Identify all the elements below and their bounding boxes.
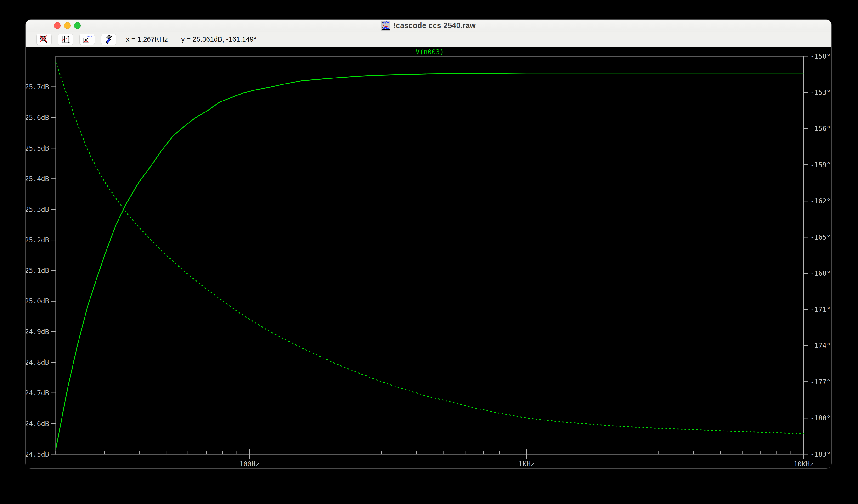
svg-text:24.9dB: 24.9dB bbox=[26, 328, 49, 336]
axis-arrows-icon bbox=[60, 35, 71, 44]
svg-text:-168°: -168° bbox=[810, 270, 830, 277]
svg-text:25.7dB: 25.7dB bbox=[26, 83, 49, 91]
svg-text:-153°: -153° bbox=[810, 88, 830, 96]
zoom-back-button[interactable] bbox=[36, 34, 52, 45]
cursor-readout: x = 1.267KHz y = 25.361dB, -161.149° bbox=[126, 35, 256, 43]
hammer-icon bbox=[104, 35, 114, 44]
cursor-y-value: y = 25.361dB, -161.149° bbox=[181, 35, 256, 43]
svg-text:25.0dB: 25.0dB bbox=[26, 297, 49, 305]
svg-text:-174°: -174° bbox=[810, 342, 830, 349]
svg-text:10KHz: 10KHz bbox=[794, 460, 814, 468]
traffic-lights bbox=[54, 22, 81, 29]
minimize-button[interactable] bbox=[64, 22, 70, 29]
svg-text:-156°: -156° bbox=[810, 125, 830, 133]
svg-text:1KHz: 1KHz bbox=[519, 460, 535, 468]
zoom-button[interactable] bbox=[74, 22, 81, 29]
svg-text:-162°: -162° bbox=[810, 197, 830, 205]
svg-text:25.1dB: 25.1dB bbox=[26, 266, 49, 275]
close-button[interactable] bbox=[54, 22, 61, 29]
svg-text:-165°: -165° bbox=[810, 233, 830, 241]
svg-text:24.8dB: 24.8dB bbox=[26, 358, 49, 367]
waveform-document-icon bbox=[381, 20, 391, 31]
bode-plot[interactable]: V(n003)24.5dB24.6dB24.7dB24.8dB24.9dB25.… bbox=[26, 47, 831, 468]
svg-text:-159°: -159° bbox=[810, 161, 830, 169]
svg-text:25.5dB: 25.5dB bbox=[26, 144, 49, 152]
svg-text:24.6dB: 24.6dB bbox=[26, 420, 49, 428]
autorange-y-button[interactable] bbox=[58, 34, 73, 45]
cursor-x-value: x = 1.267KHz bbox=[126, 35, 168, 43]
svg-text:-150°: -150° bbox=[810, 52, 830, 60]
svg-text:100Hz: 100Hz bbox=[239, 460, 259, 468]
svg-text:25.6dB: 25.6dB bbox=[26, 114, 49, 121]
title-bar[interactable]: !cascode ccs 2540.raw bbox=[26, 20, 831, 32]
svg-text:V(n003): V(n003) bbox=[416, 48, 444, 56]
ltspice-waveform-window: !cascode ccs 2540.raw bbox=[26, 20, 831, 468]
phase-trace[interactable] bbox=[56, 62, 804, 434]
svg-text:-180°: -180° bbox=[810, 414, 830, 422]
magnifier-x-icon bbox=[39, 35, 49, 44]
toolbar: x = 1.267KHz y = 25.361dB, -161.149° bbox=[26, 32, 831, 47]
zoom-fit-button[interactable] bbox=[79, 34, 95, 45]
waveform-pane[interactable]: V(n003)24.5dB24.6dB24.7dB24.8dB24.9dB25.… bbox=[26, 47, 831, 468]
svg-text:-183°: -183° bbox=[810, 450, 830, 458]
svg-text:25.2dB: 25.2dB bbox=[26, 236, 49, 244]
svg-text:24.5dB: 24.5dB bbox=[26, 450, 49, 458]
svg-text:-177°: -177° bbox=[810, 378, 830, 386]
svg-text:-171°: -171° bbox=[810, 306, 830, 313]
desktop: { "window": { "title": "!cascode ccs 254… bbox=[0, 0, 858, 504]
magnitude-trace[interactable] bbox=[56, 73, 804, 450]
control-panel-button[interactable] bbox=[101, 34, 116, 45]
svg-text:24.7dB: 24.7dB bbox=[26, 389, 49, 397]
svg-text:25.4dB: 25.4dB bbox=[26, 175, 49, 183]
plot-fit-icon bbox=[82, 35, 92, 44]
window-title: !cascode ccs 2540.raw bbox=[393, 21, 476, 30]
svg-text:25.3dB: 25.3dB bbox=[26, 206, 49, 213]
window-title-group: !cascode ccs 2540.raw bbox=[381, 20, 476, 31]
